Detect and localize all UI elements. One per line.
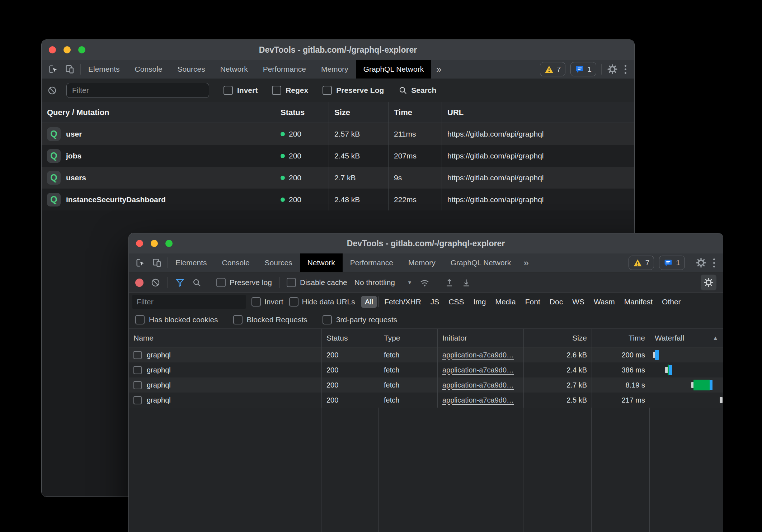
filter-chip-other[interactable]: Other <box>658 296 685 308</box>
search-icon[interactable] <box>192 278 202 288</box>
issues-badge[interactable]: 1 <box>570 62 596 76</box>
tab-memory[interactable]: Memory <box>314 60 356 79</box>
column-header-waterfall[interactable]: Waterfall ▲ <box>650 329 723 347</box>
tab-graphql-network[interactable]: GraphQL Network <box>356 60 431 79</box>
throttling-select[interactable]: No throttling ▼ <box>354 278 412 287</box>
regex-checkbox[interactable] <box>272 86 281 95</box>
settings-gear-icon[interactable] <box>607 63 618 75</box>
tab-elements[interactable]: Elements <box>81 60 127 79</box>
clear-icon[interactable] <box>47 86 57 95</box>
warnings-badge[interactable]: 7 <box>540 62 566 76</box>
tab-sources[interactable]: Sources <box>257 253 300 272</box>
invert-checkbox[interactable] <box>251 297 261 307</box>
filter-funnel-icon[interactable] <box>175 278 185 288</box>
column-header-status[interactable]: Status <box>275 102 329 123</box>
titlebar[interactable]: DevTools - gitlab.com/-/graphql-explorer <box>129 233 723 253</box>
initiator-link[interactable]: application-a7ca9d0… <box>442 396 514 404</box>
filter-chip-wasm[interactable]: Wasm <box>590 296 619 308</box>
column-header-name[interactable]: Name <box>129 329 321 347</box>
tab-elements[interactable]: Elements <box>168 253 215 272</box>
filter-input[interactable] <box>66 83 209 98</box>
record-button[interactable] <box>135 279 144 287</box>
network-settings-button[interactable] <box>701 275 716 290</box>
column-header-time[interactable]: Time <box>592 329 650 347</box>
tab-network[interactable]: Network <box>213 60 255 79</box>
column-header-time[interactable]: Time <box>388 102 442 123</box>
invert-checkbox[interactable] <box>224 86 233 95</box>
filter-chip-fetch-xhr[interactable]: Fetch/XHR <box>380 296 425 308</box>
warnings-badge[interactable]: 7 <box>629 256 654 270</box>
filter-chip-ws[interactable]: WS <box>568 296 588 308</box>
more-tabs-icon[interactable]: » <box>431 60 446 79</box>
close-button[interactable] <box>136 240 143 247</box>
column-header-status[interactable]: Status <box>321 329 379 347</box>
zoom-button[interactable] <box>78 46 85 53</box>
search-control[interactable]: Search <box>398 86 436 95</box>
column-divider[interactable] <box>378 408 379 532</box>
column-divider[interactable] <box>591 408 592 532</box>
column-header-url[interactable]: URL <box>442 102 634 123</box>
device-toolbar-icon[interactable] <box>65 64 75 74</box>
column-header-query-mutation[interactable]: Query / Mutation <box>42 102 275 123</box>
tab-graphql-network[interactable]: GraphQL Network <box>443 253 518 272</box>
network-filter-input[interactable] <box>132 295 246 309</box>
inspect-element-icon[interactable] <box>48 64 58 74</box>
column-divider[interactable] <box>649 408 650 532</box>
preserve-log-checkbox[interactable] <box>216 278 226 287</box>
row-checkbox[interactable] <box>133 381 142 389</box>
tab-performance[interactable]: Performance <box>343 253 401 272</box>
menu-dots-icon[interactable] <box>623 63 628 75</box>
column-header-initiator[interactable]: Initiator <box>437 329 523 347</box>
column-divider[interactable] <box>523 408 523 532</box>
tab-console[interactable]: Console <box>127 60 170 79</box>
tab-performance[interactable]: Performance <box>255 60 314 79</box>
inspect-element-icon[interactable] <box>135 258 145 268</box>
device-toolbar-icon[interactable] <box>152 258 162 268</box>
filter-chip-img[interactable]: Img <box>470 296 490 308</box>
table-row[interactable]: Q users 200 2.7 kB 9s https://gitlab.com… <box>42 167 634 189</box>
row-checkbox[interactable] <box>133 351 142 359</box>
disable-cache-checkbox[interactable] <box>287 278 296 287</box>
filter-chip-font[interactable]: Font <box>521 296 544 308</box>
initiator-link[interactable]: application-a7ca9d0… <box>442 351 514 359</box>
minimize-button[interactable] <box>151 240 158 247</box>
column-divider[interactable] <box>437 408 437 532</box>
network-request-row[interactable]: graphql 200 fetch application-a7ca9d0… 2… <box>129 362 723 377</box>
filter-chip-doc[interactable]: Doc <box>546 296 567 308</box>
minimize-button[interactable] <box>64 46 71 53</box>
initiator-link[interactable]: application-a7ca9d0… <box>442 381 514 389</box>
filter-chip-media[interactable]: Media <box>491 296 520 308</box>
initiator-link[interactable]: application-a7ca9d0… <box>442 366 514 374</box>
table-row[interactable]: Q instanceSecurityDashboard 200 2.48 kB … <box>42 189 634 210</box>
filter-chip-manifest[interactable]: Manifest <box>620 296 657 308</box>
filter-chip-js[interactable]: JS <box>427 296 443 308</box>
network-request-row[interactable]: graphql 200 fetch application-a7ca9d0… 2… <box>129 393 723 408</box>
settings-gear-icon[interactable] <box>695 257 707 269</box>
tab-memory[interactable]: Memory <box>401 253 443 272</box>
table-row[interactable]: Q jobs 200 2.45 kB 207ms https://gitlab.… <box>42 145 634 167</box>
import-har-icon[interactable] <box>461 278 471 288</box>
filter-chip-all[interactable]: All <box>361 296 377 308</box>
menu-dots-icon[interactable] <box>712 257 716 269</box>
column-header-size[interactable]: Size <box>523 329 592 347</box>
network-conditions-icon[interactable] <box>419 277 430 288</box>
issues-badge[interactable]: 1 <box>659 256 685 270</box>
preserve-log-checkbox[interactable] <box>323 86 332 95</box>
hide-data-urls-checkbox[interactable] <box>289 297 298 307</box>
row-checkbox[interactable] <box>133 396 142 404</box>
blocked-requests-checkbox[interactable] <box>233 315 243 324</box>
column-header-type[interactable]: Type <box>379 329 437 347</box>
table-row[interactable]: Q user 200 2.57 kB 211ms https://gitlab.… <box>42 123 634 145</box>
has-blocked-cookies-checkbox[interactable] <box>135 315 145 324</box>
more-tabs-icon[interactable]: » <box>518 253 533 272</box>
zoom-button[interactable] <box>165 240 173 247</box>
clear-icon[interactable] <box>151 278 160 288</box>
third-party-requests-checkbox[interactable] <box>323 315 332 324</box>
column-header-size[interactable]: Size <box>329 102 388 123</box>
column-divider[interactable] <box>321 408 321 532</box>
row-checkbox[interactable] <box>133 366 142 374</box>
filter-chip-css[interactable]: CSS <box>445 296 468 308</box>
tab-network[interactable]: Network <box>300 253 343 272</box>
export-har-icon[interactable] <box>445 278 454 288</box>
network-request-row[interactable]: graphql 200 fetch application-a7ca9d0… 2… <box>129 347 723 362</box>
